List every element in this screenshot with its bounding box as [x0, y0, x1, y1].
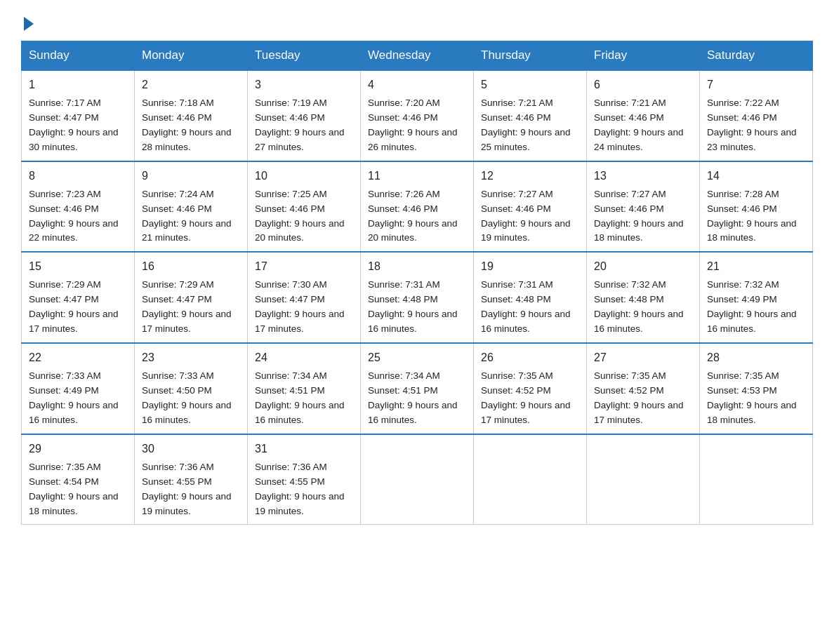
day-number: 29	[29, 441, 127, 457]
calendar-cell	[700, 434, 813, 525]
calendar-cell: 22 Sunrise: 7:33 AMSunset: 4:49 PMDaylig…	[22, 343, 135, 434]
calendar-cell: 30 Sunrise: 7:36 AMSunset: 4:55 PMDaylig…	[135, 434, 248, 525]
day-info: Sunrise: 7:26 AMSunset: 4:46 PMDaylight:…	[368, 187, 466, 246]
calendar-cell: 27 Sunrise: 7:35 AMSunset: 4:52 PMDaylig…	[587, 343, 700, 434]
calendar-cell: 11 Sunrise: 7:26 AMSunset: 4:46 PMDaylig…	[361, 161, 474, 253]
day-number: 16	[142, 258, 240, 275]
calendar-day-header: Friday	[587, 41, 700, 71]
day-info: Sunrise: 7:22 AMSunset: 4:46 PMDaylight:…	[707, 96, 805, 155]
calendar-cell: 5 Sunrise: 7:21 AMSunset: 4:46 PMDayligh…	[474, 70, 587, 161]
calendar-cell: 19 Sunrise: 7:31 AMSunset: 4:48 PMDaylig…	[474, 252, 587, 343]
calendar-cell: 23 Sunrise: 7:33 AMSunset: 4:50 PMDaylig…	[135, 343, 248, 434]
calendar-cell: 24 Sunrise: 7:34 AMSunset: 4:51 PMDaylig…	[248, 343, 361, 434]
day-number: 15	[29, 258, 127, 275]
calendar-cell: 16 Sunrise: 7:29 AMSunset: 4:47 PMDaylig…	[135, 252, 248, 343]
calendar-day-header: Wednesday	[361, 41, 474, 71]
day-number: 23	[142, 349, 240, 366]
day-info: Sunrise: 7:20 AMSunset: 4:46 PMDaylight:…	[368, 96, 466, 155]
calendar-day-header: Monday	[135, 41, 248, 71]
calendar-cell: 10 Sunrise: 7:25 AMSunset: 4:46 PMDaylig…	[248, 161, 361, 253]
day-info: Sunrise: 7:23 AMSunset: 4:46 PMDaylight:…	[29, 187, 127, 246]
calendar-cell: 17 Sunrise: 7:30 AMSunset: 4:47 PMDaylig…	[248, 252, 361, 343]
day-number: 21	[707, 258, 805, 275]
day-info: Sunrise: 7:27 AMSunset: 4:46 PMDaylight:…	[594, 187, 692, 246]
day-info: Sunrise: 7:24 AMSunset: 4:46 PMDaylight:…	[142, 187, 240, 246]
day-number: 27	[594, 349, 692, 366]
day-info: Sunrise: 7:21 AMSunset: 4:46 PMDaylight:…	[594, 96, 692, 155]
day-number: 24	[255, 349, 353, 366]
day-number: 5	[481, 76, 579, 93]
calendar-day-header: Thursday	[474, 41, 587, 71]
calendar-cell: 31 Sunrise: 7:36 AMSunset: 4:55 PMDaylig…	[248, 434, 361, 525]
day-number: 7	[707, 76, 805, 93]
day-number: 8	[29, 168, 127, 185]
day-number: 13	[594, 168, 692, 185]
calendar-week-row: 29 Sunrise: 7:35 AMSunset: 4:54 PMDaylig…	[22, 434, 813, 525]
day-number: 14	[707, 168, 805, 185]
day-info: Sunrise: 7:34 AMSunset: 4:51 PMDaylight:…	[255, 369, 353, 428]
day-info: Sunrise: 7:35 AMSunset: 4:52 PMDaylight:…	[481, 369, 579, 428]
calendar-cell: 12 Sunrise: 7:27 AMSunset: 4:46 PMDaylig…	[474, 161, 587, 253]
day-number: 30	[142, 441, 240, 457]
day-info: Sunrise: 7:34 AMSunset: 4:51 PMDaylight:…	[368, 369, 466, 428]
day-number: 6	[594, 76, 692, 93]
calendar-cell: 6 Sunrise: 7:21 AMSunset: 4:46 PMDayligh…	[587, 70, 700, 161]
day-number: 17	[255, 258, 353, 275]
day-info: Sunrise: 7:32 AMSunset: 4:48 PMDaylight:…	[594, 278, 692, 337]
day-number: 12	[481, 168, 579, 185]
calendar-cell: 29 Sunrise: 7:35 AMSunset: 4:54 PMDaylig…	[22, 434, 135, 525]
day-info: Sunrise: 7:31 AMSunset: 4:48 PMDaylight:…	[481, 278, 579, 337]
day-info: Sunrise: 7:33 AMSunset: 4:50 PMDaylight:…	[142, 369, 240, 428]
day-number: 28	[707, 349, 805, 366]
day-info: Sunrise: 7:19 AMSunset: 4:46 PMDaylight:…	[255, 96, 353, 155]
calendar-cell: 13 Sunrise: 7:27 AMSunset: 4:46 PMDaylig…	[587, 161, 700, 253]
calendar-cell: 7 Sunrise: 7:22 AMSunset: 4:46 PMDayligh…	[700, 70, 813, 161]
calendar-day-header: Sunday	[22, 41, 135, 71]
day-info: Sunrise: 7:17 AMSunset: 4:47 PMDaylight:…	[29, 96, 127, 155]
logo	[21, 14, 34, 27]
logo-arrow-icon	[24, 17, 34, 31]
calendar-day-header: Tuesday	[248, 41, 361, 71]
calendar-cell: 20 Sunrise: 7:32 AMSunset: 4:48 PMDaylig…	[587, 252, 700, 343]
day-number: 1	[29, 76, 127, 93]
day-number: 11	[368, 168, 466, 185]
day-info: Sunrise: 7:25 AMSunset: 4:46 PMDaylight:…	[255, 187, 353, 246]
day-number: 10	[255, 168, 353, 185]
calendar-cell: 2 Sunrise: 7:18 AMSunset: 4:46 PMDayligh…	[135, 70, 248, 161]
day-number: 26	[481, 349, 579, 366]
calendar-cell: 1 Sunrise: 7:17 AMSunset: 4:47 PMDayligh…	[22, 70, 135, 161]
calendar-cell	[474, 434, 587, 525]
calendar-week-row: 1 Sunrise: 7:17 AMSunset: 4:47 PMDayligh…	[22, 70, 813, 161]
day-info: Sunrise: 7:30 AMSunset: 4:47 PMDaylight:…	[255, 278, 353, 337]
calendar-day-header: Saturday	[700, 41, 813, 71]
page-header	[21, 14, 813, 27]
calendar-header-row: SundayMondayTuesdayWednesdayThursdayFrid…	[22, 41, 813, 71]
calendar-cell: 15 Sunrise: 7:29 AMSunset: 4:47 PMDaylig…	[22, 252, 135, 343]
calendar-cell: 18 Sunrise: 7:31 AMSunset: 4:48 PMDaylig…	[361, 252, 474, 343]
day-info: Sunrise: 7:35 AMSunset: 4:54 PMDaylight:…	[29, 460, 127, 519]
day-info: Sunrise: 7:36 AMSunset: 4:55 PMDaylight:…	[142, 460, 240, 519]
calendar-cell: 8 Sunrise: 7:23 AMSunset: 4:46 PMDayligh…	[22, 161, 135, 253]
day-info: Sunrise: 7:18 AMSunset: 4:46 PMDaylight:…	[142, 96, 240, 155]
day-info: Sunrise: 7:21 AMSunset: 4:46 PMDaylight:…	[481, 96, 579, 155]
day-info: Sunrise: 7:35 AMSunset: 4:52 PMDaylight:…	[594, 369, 692, 428]
calendar-cell	[587, 434, 700, 525]
day-number: 31	[255, 441, 353, 457]
day-number: 2	[142, 76, 240, 93]
day-number: 4	[368, 76, 466, 93]
calendar-week-row: 8 Sunrise: 7:23 AMSunset: 4:46 PMDayligh…	[22, 161, 813, 253]
calendar-week-row: 22 Sunrise: 7:33 AMSunset: 4:49 PMDaylig…	[22, 343, 813, 434]
day-info: Sunrise: 7:29 AMSunset: 4:47 PMDaylight:…	[142, 278, 240, 337]
day-info: Sunrise: 7:27 AMSunset: 4:46 PMDaylight:…	[481, 187, 579, 246]
day-info: Sunrise: 7:31 AMSunset: 4:48 PMDaylight:…	[368, 278, 466, 337]
day-number: 9	[142, 168, 240, 185]
day-info: Sunrise: 7:32 AMSunset: 4:49 PMDaylight:…	[707, 278, 805, 337]
day-info: Sunrise: 7:33 AMSunset: 4:49 PMDaylight:…	[29, 369, 127, 428]
day-number: 20	[594, 258, 692, 275]
calendar-cell: 9 Sunrise: 7:24 AMSunset: 4:46 PMDayligh…	[135, 161, 248, 253]
calendar-cell: 3 Sunrise: 7:19 AMSunset: 4:46 PMDayligh…	[248, 70, 361, 161]
calendar-table: SundayMondayTuesdayWednesdayThursdayFrid…	[21, 41, 813, 525]
calendar-cell: 4 Sunrise: 7:20 AMSunset: 4:46 PMDayligh…	[361, 70, 474, 161]
calendar-cell: 25 Sunrise: 7:34 AMSunset: 4:51 PMDaylig…	[361, 343, 474, 434]
day-info: Sunrise: 7:28 AMSunset: 4:46 PMDaylight:…	[707, 187, 805, 246]
